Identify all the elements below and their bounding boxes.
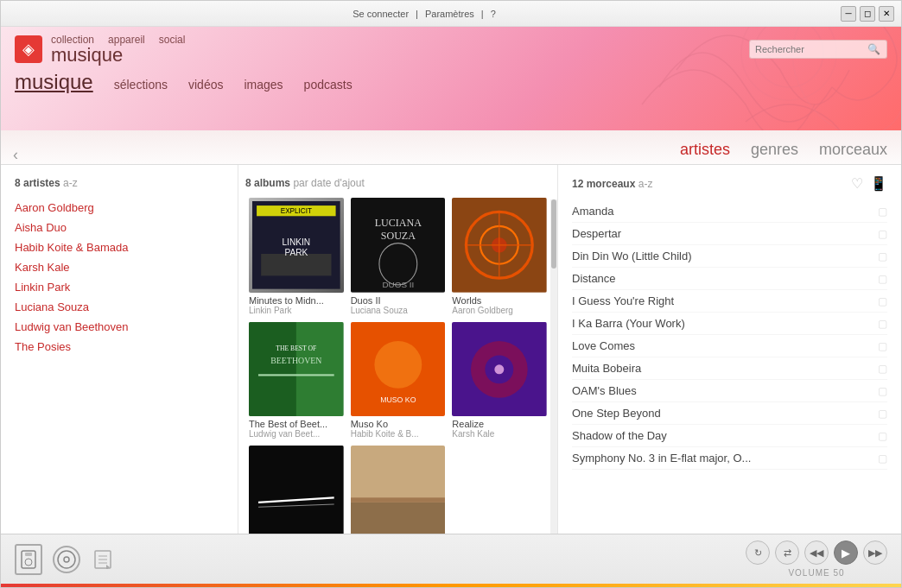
albums-scrollthumb[interactable] bbox=[551, 199, 556, 269]
nav-videos[interactable]: vidéos bbox=[188, 78, 223, 95]
list-item[interactable]: Aisha Duo bbox=[15, 218, 224, 237]
play-button[interactable]: ▶ bbox=[834, 541, 858, 565]
tracks-header: 12 morceaux a-z ♡ 📱 bbox=[572, 175, 887, 192]
list-item[interactable]: I Ka Barra (Your Work) ▢ bbox=[572, 313, 887, 335]
list-item[interactable]: Muita Bobeira ▢ bbox=[572, 357, 887, 380]
list-item[interactable]: Din Din Wo (Little Child) ▢ bbox=[572, 245, 887, 268]
bottom-bar: ↻ ⇄ ◀◀ ▶ ▶▶ VOLUME 50 bbox=[1, 534, 901, 584]
albums-sort-label[interactable]: par date d'ajout bbox=[293, 177, 364, 189]
album-item[interactable]: LUCIANA SOUZA DUOS II Duos II Luciana So… bbox=[351, 198, 446, 315]
list-item[interactable]: Shadow of the Day ▢ bbox=[572, 425, 887, 447]
list-icon bbox=[94, 550, 111, 569]
svg-rect-40 bbox=[25, 553, 32, 556]
cd-button[interactable] bbox=[53, 546, 80, 573]
album-cover bbox=[452, 322, 547, 417]
list-item[interactable]: Linkin Park bbox=[15, 277, 224, 297]
next-button[interactable]: ▶▶ bbox=[863, 541, 887, 565]
tracks-sort-label[interactable]: a-z bbox=[638, 178, 653, 190]
track-list: Amanda ▢ Despertar ▢ Din Din Wo (Little … bbox=[572, 200, 887, 470]
tracks-count: 12 morceaux bbox=[572, 178, 635, 190]
list-item[interactable]: I Guess You're Right ▢ bbox=[572, 290, 887, 313]
minimize-button[interactable]: ─ bbox=[841, 6, 856, 22]
nav-images[interactable]: images bbox=[244, 78, 283, 95]
heart-icon[interactable]: ♡ bbox=[851, 175, 863, 192]
list-item[interactable]: Amanda ▢ bbox=[572, 200, 887, 223]
nav-selections[interactable]: sélections bbox=[114, 78, 168, 95]
svg-rect-21 bbox=[249, 322, 296, 417]
title-bar: Se connecter | Paramètres | ? ─ ◻ ✕ bbox=[1, 1, 901, 27]
search-input[interactable] bbox=[755, 44, 867, 54]
tab-genres[interactable]: genres bbox=[751, 141, 798, 159]
svg-rect-32 bbox=[249, 446, 344, 534]
albums-scrolltrack bbox=[550, 199, 557, 534]
list-item[interactable]: Habib Koite & Bamada bbox=[15, 237, 224, 257]
album-title: Minutes to Midn... bbox=[249, 295, 344, 306]
tab-artistes[interactable]: artistes bbox=[680, 141, 730, 159]
album-item[interactable]: LINKIN PARK EXPLICIT Minutes to Midn... … bbox=[249, 198, 344, 315]
list-item[interactable]: Karsh Kale bbox=[15, 257, 224, 277]
prev-button[interactable]: ◀◀ bbox=[804, 541, 829, 565]
list-item[interactable]: Symphony No. 3 in E-flat major, O... ▢ bbox=[572, 447, 887, 470]
album-item[interactable]: Realize Karsh Kale bbox=[452, 322, 547, 439]
album-title: Muso Ko bbox=[351, 419, 446, 429]
nav-musique[interactable]: musique bbox=[15, 70, 93, 98]
search-icon: 🔍 bbox=[867, 43, 880, 55]
close-button[interactable]: ✕ bbox=[879, 6, 894, 22]
svg-text:SOUZA: SOUZA bbox=[380, 230, 415, 242]
back-button[interactable]: ‹ bbox=[13, 146, 18, 164]
album-artist: Linkin Park bbox=[249, 306, 344, 315]
header-right: 🔍 bbox=[749, 40, 887, 59]
artists-panel-header: 8 artistes a-z bbox=[15, 175, 224, 189]
track-device-icon: ▢ bbox=[878, 430, 887, 442]
album-cover: LUCIANA SOUZA DUOS II bbox=[351, 198, 446, 293]
restore-button[interactable]: ◻ bbox=[860, 6, 875, 22]
track-device-icon: ▢ bbox=[878, 228, 887, 240]
list-item[interactable]: Love Comes ▢ bbox=[572, 335, 887, 357]
panel-artists: 8 artistes a-z Aaron Goldberg Aisha Duo … bbox=[1, 165, 238, 534]
track-device-icon: ▢ bbox=[878, 205, 887, 218]
svg-text:EXPLICIT: EXPLICIT bbox=[281, 207, 312, 215]
album-cover bbox=[249, 446, 344, 534]
list-item[interactable]: Distance ▢ bbox=[572, 268, 887, 290]
svg-text:BEETHOVEN: BEETHOVEN bbox=[270, 356, 321, 365]
device-icon[interactable]: 📱 bbox=[870, 175, 887, 192]
album-title: The Best of Beet... bbox=[249, 419, 344, 429]
shuffle-button[interactable]: ↻ bbox=[746, 541, 770, 565]
svg-text:LUCIANA: LUCIANA bbox=[374, 217, 422, 229]
album-cover bbox=[452, 198, 547, 293]
list-item[interactable]: Ludwig van Beethoven bbox=[15, 317, 224, 337]
album-item[interactable] bbox=[249, 446, 344, 534]
header-top: collection appareil social musique 🔍 bbox=[1, 27, 901, 65]
tracks-header-left: 12 morceaux a-z bbox=[572, 178, 652, 190]
app-window: Se connecter | Paramètres | ? ─ ◻ ✕ bbox=[0, 0, 902, 588]
settings-link[interactable]: Paramètres bbox=[425, 9, 474, 19]
list-item[interactable]: OAM's Blues ▢ bbox=[572, 380, 887, 402]
search-box[interactable]: 🔍 bbox=[749, 40, 887, 59]
album-title: Realize bbox=[452, 419, 547, 429]
help-link[interactable]: ? bbox=[491, 9, 496, 19]
list-button[interactable] bbox=[91, 547, 115, 572]
album-artist: Karsh Kale bbox=[452, 429, 547, 439]
sep2: | bbox=[481, 9, 484, 19]
album-item[interactable] bbox=[351, 446, 446, 534]
nav-social[interactable]: social bbox=[159, 34, 186, 46]
svg-text:DUOS II: DUOS II bbox=[382, 280, 414, 289]
list-item[interactable]: Luciana Souza bbox=[15, 297, 224, 317]
svg-text:MUSO KO: MUSO KO bbox=[380, 395, 416, 404]
track-device-icon: ▢ bbox=[878, 318, 887, 330]
artists-sort-label[interactable]: a-z bbox=[63, 177, 78, 189]
list-item[interactable]: Despertar ▢ bbox=[572, 223, 887, 245]
app-header: collection appareil social musique 🔍 mus… bbox=[1, 27, 901, 130]
list-item[interactable]: The Posies bbox=[15, 337, 224, 357]
track-device-icon: ▢ bbox=[878, 295, 887, 307]
nav-podcasts[interactable]: podcasts bbox=[304, 78, 353, 95]
device-button[interactable] bbox=[15, 544, 42, 575]
repeat-button[interactable]: ⇄ bbox=[775, 541, 799, 565]
album-item[interactable]: THE BEST OF BEETHOVEN The Best of Beet..… bbox=[249, 322, 344, 439]
list-item[interactable]: Aaron Goldberg bbox=[15, 198, 224, 218]
album-item[interactable]: Worlds Aaron Goldberg bbox=[452, 198, 547, 315]
album-item[interactable]: MUSO KO Muso Ko Habib Koite & B... bbox=[351, 322, 446, 439]
tab-morceaux[interactable]: morceaux bbox=[819, 141, 887, 159]
list-item[interactable]: One Step Beyond ▢ bbox=[572, 402, 887, 425]
connect-link[interactable]: Se connecter bbox=[353, 9, 409, 19]
